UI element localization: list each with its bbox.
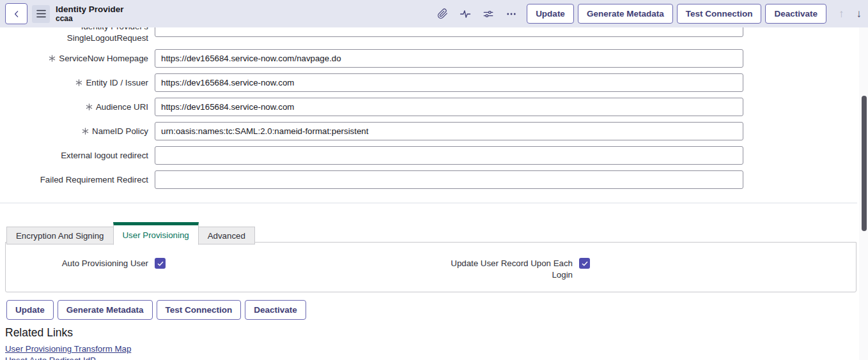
record-name: ccaa xyxy=(56,14,124,23)
chevron-left-icon xyxy=(12,9,22,19)
servicenow-homepage-input[interactable] xyxy=(155,49,743,68)
user-provisioning-tab-panel: Auto Provisioning User Update User Recor… xyxy=(5,242,856,292)
related-links-heading: Related Links xyxy=(5,326,131,340)
external-logout-redirect-label: External logout redirect xyxy=(0,150,148,161)
form-tabs: Encryption And Signing User Provisioning… xyxy=(0,221,857,244)
auto-provisioning-user-checkbox[interactable] xyxy=(155,258,166,269)
checkmark-icon xyxy=(581,260,589,267)
personalize-form-icon[interactable] xyxy=(483,8,494,20)
checkmark-icon xyxy=(157,260,164,267)
title-block: Identity Provider ccaa xyxy=(56,4,124,23)
attachment-icon[interactable] xyxy=(437,8,448,20)
update-user-record-field: Update User Record Upon Each Login xyxy=(166,258,590,281)
nameid-policy-label: NameID Policy xyxy=(0,126,148,137)
page-title: Identity Provider xyxy=(56,4,124,14)
form-row-servicenow-homepage: ServiceNow Homepage xyxy=(0,49,743,68)
update-user-record-label: Update User Record Upon Each Login xyxy=(448,258,573,281)
form-row-audience-uri: Audience URI xyxy=(0,98,743,116)
generate-metadata-button[interactable]: Generate Metadata xyxy=(578,4,673,24)
required-field-icon xyxy=(75,79,82,86)
tab-user-provisioning[interactable]: User Provisioning xyxy=(113,222,199,245)
footer-buttons: Update Generate Metadata Test Connection… xyxy=(6,300,310,320)
nameid-policy-input[interactable] xyxy=(155,122,743,140)
form-row-nameid-policy: NameID Policy xyxy=(0,122,743,140)
update-button[interactable]: Update xyxy=(6,300,54,320)
scrollbar-track[interactable] xyxy=(859,27,868,360)
more-options-icon[interactable] xyxy=(506,8,517,20)
tab-encryption-and-signing[interactable]: Encryption And Signing xyxy=(6,227,114,244)
external-logout-redirect-input[interactable] xyxy=(155,146,743,165)
audience-uri-input[interactable] xyxy=(155,98,743,116)
form-row-external-logout-redirect: External logout redirect xyxy=(0,146,743,165)
update-user-record-checkbox[interactable] xyxy=(579,258,590,269)
link-unset-auto-redirect-idp[interactable]: Unset Auto Redirect IdP xyxy=(5,355,131,360)
next-record-arrow-icon[interactable]: ↓ xyxy=(856,8,862,19)
related-links: Related Links User Provisioning Transfor… xyxy=(5,326,131,360)
required-field-icon xyxy=(82,128,89,135)
failed-requirement-redirect-input[interactable] xyxy=(155,170,743,189)
entity-id-label: Entity ID / Issuer xyxy=(0,77,148,89)
link-user-provisioning-transform-map[interactable]: User Provisioning Transform Map xyxy=(5,343,131,355)
form-row-entity-id: Entity ID / Issuer xyxy=(0,73,743,92)
test-connection-button[interactable]: Test Connection xyxy=(157,300,242,320)
back-button[interactable] xyxy=(5,3,27,24)
deactivate-button[interactable]: Deactivate xyxy=(245,300,306,320)
test-connection-button[interactable]: Test Connection xyxy=(677,4,762,24)
hamburger-icon xyxy=(36,10,46,18)
servicenow-homepage-label: ServiceNow Homepage xyxy=(0,53,148,64)
form-header: Identity Provider ccaa Update Generate M… xyxy=(0,0,868,27)
deactivate-button[interactable]: Deactivate xyxy=(765,4,826,24)
update-button[interactable]: Update xyxy=(527,4,574,24)
generate-metadata-button[interactable]: Generate Metadata xyxy=(58,300,153,320)
audience-uri-label: Audience URI xyxy=(0,101,148,113)
auto-provisioning-user-label: Auto Provisioning User xyxy=(6,258,148,269)
auto-provisioning-user-field: Auto Provisioning User xyxy=(6,258,166,269)
scrollbar-thumb[interactable] xyxy=(862,96,867,231)
required-field-icon xyxy=(86,103,93,110)
form-fields: Identity Provider's SingleLogoutRequest … xyxy=(0,19,743,195)
required-field-icon xyxy=(49,55,56,62)
checkbox-row: Auto Provisioning User Update User Recor… xyxy=(6,243,856,281)
failed-requirement-redirect-label: Failed Requirement Redirect xyxy=(0,174,148,186)
form-content: Identity Provider's SingleLogoutRequest … xyxy=(0,0,868,360)
section-divider xyxy=(0,202,857,204)
tab-advanced[interactable]: Advanced xyxy=(198,227,255,244)
activity-stream-icon[interactable] xyxy=(460,8,471,20)
form-row-failed-requirement-redirect: Failed Requirement Redirect xyxy=(0,170,743,189)
entity-id-input[interactable] xyxy=(155,73,743,92)
context-menu-button[interactable] xyxy=(32,5,50,23)
previous-record-arrow-icon[interactable]: ↑ xyxy=(839,8,844,19)
